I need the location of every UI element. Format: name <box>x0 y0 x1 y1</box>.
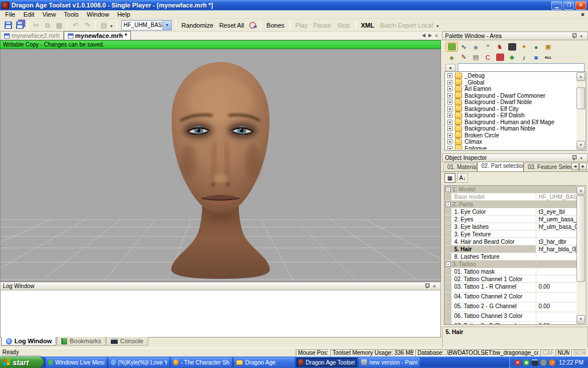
plot-icon[interactable]: ♣ <box>446 52 458 62</box>
tab-close-icon[interactable]: × <box>434 33 439 39</box>
property-row[interactable]: 4. Hair and Beard Colort3_har_dbr <box>444 238 577 246</box>
property-row[interactable]: 05. Tattoo 2 - G Channel0.00 <box>444 302 577 312</box>
base-model-combobox[interactable]: HF_UHM_BASa_0 ▼ <box>121 20 172 30</box>
pause-button[interactable]: Pause <box>311 21 334 30</box>
scroll-thumb[interactable] <box>577 87 585 109</box>
inspector-tab-scroll-left-icon[interactable]: ◀ <box>571 163 579 170</box>
bottom-tab-console[interactable]: Console <box>106 337 148 346</box>
log-pin-icon[interactable] <box>423 283 431 290</box>
property-value[interactable]: hf_har_blda_0... <box>536 246 577 252</box>
property-value[interactable] <box>536 268 577 275</box>
task-button-1[interactable]: Windows Live Messen... <box>46 358 107 367</box>
messenger-status-icon[interactable]: ☻ <box>523 359 529 366</box>
volume-icon[interactable] <box>540 359 547 366</box>
inspector-tab-2[interactable]: 02. Part selection <box>477 162 524 171</box>
undo-icon[interactable]: ↶ <box>71 20 81 30</box>
save-all-icon[interactable] <box>14 20 25 30</box>
property-grid-scrollbar[interactable]: ▲ ▼ <box>577 186 585 324</box>
model-viewport[interactable] <box>0 49 441 282</box>
task-button-2[interactable]: (%)Kyle(%)I Love Yo... <box>109 358 169 367</box>
expand-icon[interactable]: + <box>447 99 452 105</box>
tree-item[interactable]: +Epilogue <box>446 145 577 150</box>
palette-pin-icon[interactable] <box>570 33 578 40</box>
updater-icon[interactable]: ◔ <box>549 359 555 366</box>
task-button-5[interactable]: Dragon Age Toolset v... <box>296 358 357 367</box>
property-row[interactable]: 01. Tattoo mask <box>444 268 577 275</box>
waypoint-icon[interactable]: ∿ <box>458 42 470 52</box>
menu-item-view[interactable]: View <box>38 10 60 19</box>
menu-item-window[interactable]: Window <box>83 10 113 19</box>
creature-icon[interactable]: ☻ <box>470 42 482 52</box>
task-button-3[interactable]: - The Character Sho... <box>171 358 232 367</box>
task-button-4[interactable]: Dragon Age <box>234 358 295 367</box>
property-value[interactable] <box>536 312 577 321</box>
antivirus-icon[interactable]: ✕ <box>514 359 521 366</box>
inspector-pin-icon[interactable] <box>570 155 578 162</box>
bottom-tab-bookmarks[interactable]: Bookmarks <box>57 337 106 346</box>
world-map-icon[interactable]: ● <box>530 42 542 52</box>
expand-icon[interactable]: + <box>447 126 452 131</box>
bones-button[interactable]: Bones <box>264 21 287 30</box>
tree-item[interactable]: +Background - Elf City <box>446 106 577 113</box>
property-row[interactable]: 8. Lashes Texture <box>444 253 577 260</box>
minimize-button[interactable]: ▁ <box>551 1 562 10</box>
expand-icon[interactable]: + <box>447 133 452 138</box>
property-value[interactable] <box>536 253 577 260</box>
property-value[interactable]: 0.00 <box>536 302 577 312</box>
property-row[interactable]: 04. Tattoo Channel 2 Color <box>444 293 577 302</box>
tree-item[interactable]: +_Debug <box>446 72 577 79</box>
collapse-icon[interactable]: - <box>446 262 451 267</box>
document-tab-2[interactable]: mynewface.mrh * <box>64 31 131 40</box>
inspector-header[interactable]: Object Inspector × <box>442 154 588 162</box>
property-row[interactable]: 07. Tattoo 3 - B Channel0.00 <box>444 322 577 324</box>
stage-icon[interactable]: ▤ <box>470 52 482 62</box>
palette-header[interactable]: Palette Window - Area × <box>442 32 588 40</box>
expand-icon[interactable]: + <box>447 139 452 144</box>
batch-export-button[interactable]: Batch Export Local <box>377 21 436 30</box>
start-button[interactable]: start <box>0 356 44 368</box>
menu-item-help[interactable]: Help <box>113 10 134 19</box>
collapse-icon[interactable]: - <box>446 187 451 192</box>
display-icon[interactable] <box>532 359 538 366</box>
property-value[interactable] <box>536 231 577 237</box>
property-row[interactable]: 3. Eye lasheshf_ulm_basa_0 <box>444 223 577 231</box>
property-row[interactable]: 03. Tattoo 1 - R Channel0.00 <box>444 283 577 293</box>
merchant-icon[interactable]: ▣ <box>542 42 554 52</box>
tree-item[interactable]: +Arl Eamon <box>446 86 577 93</box>
tree-item[interactable]: +Background - Dwarf Commoner <box>446 93 577 99</box>
reset-all-button[interactable]: Reset All <box>216 21 247 30</box>
property-value[interactable] <box>536 293 577 302</box>
inspector-tab-1[interactable]: 01. Material <box>443 163 477 171</box>
property-value[interactable]: HF_UHM_BASa_0 <box>536 193 577 200</box>
inspector-close-icon[interactable]: × <box>578 155 585 162</box>
placeable-icon[interactable]: ◆ <box>506 52 518 62</box>
cut-icon[interactable]: ✂ <box>31 20 41 30</box>
stop-button[interactable]: Stop <box>334 21 353 30</box>
all-resources-icon[interactable]: ᴀʟʟ <box>542 52 554 62</box>
property-row[interactable]: Base modelHF_UHM_BASa_0 <box>444 193 577 201</box>
randomize-button[interactable]: Randomize <box>179 21 216 30</box>
item-icon[interactable]: ✦ <box>518 42 530 52</box>
save-icon[interactable] <box>3 20 13 30</box>
conversation-icon[interactable]: ❝ <box>482 42 494 52</box>
restore-button[interactable]: ❐ <box>563 1 574 10</box>
expand-icon[interactable]: + <box>447 113 452 118</box>
log-close-icon[interactable]: × <box>431 283 438 290</box>
property-value[interactable]: hf_uem_basa_0 <box>536 216 577 223</box>
redo-icon[interactable]: ↷ <box>82 20 92 30</box>
pose-key-icon[interactable] <box>247 20 258 30</box>
tree-item[interactable]: +_Global <box>446 79 577 86</box>
tab-scroll-left-icon[interactable]: ◀ <box>421 33 427 39</box>
expand-icon[interactable]: + <box>447 120 452 125</box>
cutscene-icon[interactable] <box>506 42 518 52</box>
script-icon[interactable]: ✎ <box>458 52 470 62</box>
property-row[interactable]: 02. Tattoo Channel 1 Color <box>444 275 577 283</box>
expand-icon[interactable]: + <box>447 86 452 91</box>
menu-item-file[interactable]: File <box>1 10 20 19</box>
property-category[interactable]: -1. Model <box>444 186 577 193</box>
play-button[interactable]: Play <box>292 21 310 30</box>
toolbar-overflow2-icon[interactable]: ▾ <box>436 24 439 29</box>
property-value[interactable] <box>536 275 577 282</box>
music-icon[interactable]: ♪ <box>518 52 530 62</box>
sound-icon[interactable] <box>494 52 506 62</box>
